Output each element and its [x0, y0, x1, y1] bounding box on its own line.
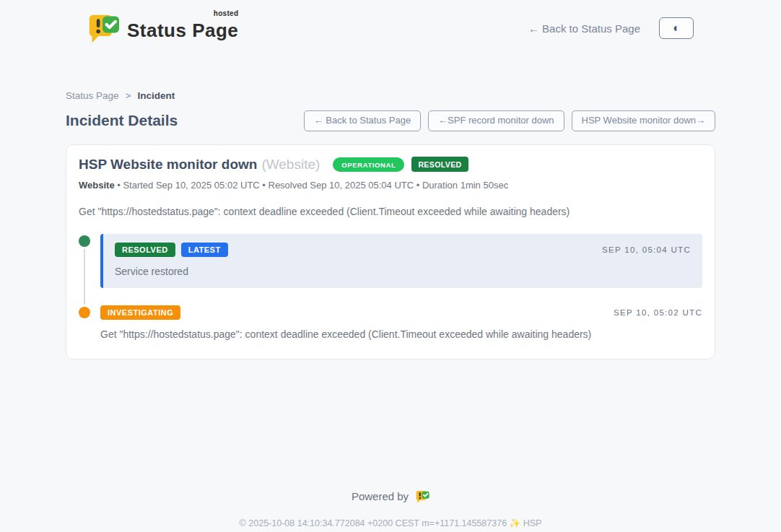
incident-description: Get "https://hostedstatus.page": context…	[79, 206, 702, 217]
resolved-badge: RESOLVED	[411, 157, 468, 172]
timeline-entry-latest-box: RESOLVED LATEST SEP 10, 05:04 UTC Servic…	[100, 234, 702, 288]
status-page-logo-icon	[87, 12, 120, 44]
incident-timeline: RESOLVED LATEST SEP 10, 05:04 UTC Servic…	[79, 234, 702, 340]
breadcrumb-incident: Incident	[137, 90, 175, 101]
powered-by: Powered by	[352, 489, 429, 504]
theme-toggle-button[interactable]: ◐	[659, 17, 694, 39]
incident-card: HSP Website monitor down (Website) OPERA…	[66, 144, 715, 359]
resolved-dot-icon	[79, 235, 90, 247]
timeline-message: Get "https://hostedstatus.page": context…	[100, 328, 702, 340]
incident-component: (Website)	[261, 157, 320, 173]
powered-by-label: Powered by	[352, 490, 409, 502]
page-title: Incident Details	[66, 112, 178, 129]
status-page-mini-logo-icon	[415, 489, 429, 504]
logo-hosted-label: hosted	[214, 9, 239, 17]
timeline-entry-investigating: INVESTIGATING SEP 10, 05:02 UTC Get "htt…	[79, 305, 702, 340]
incident-meta-component: Website	[79, 180, 115, 191]
logo-text: Status Page	[127, 19, 238, 41]
timeline-timestamp: SEP 10, 05:02 UTC	[614, 308, 702, 317]
main-content: Status Page > Incident Incident Details …	[66, 90, 715, 359]
incident-nav-buttons: ← Back to Status Page ←SPF record monito…	[304, 110, 715, 131]
breadcrumb-status-page[interactable]: Status Page	[66, 90, 119, 101]
incident-meta: Website • Started Sep 10, 2025 05:02 UTC…	[79, 180, 702, 191]
investigating-dot-icon	[79, 307, 90, 318]
header: hosted Status Page ← Back to Status Page…	[0, 0, 781, 45]
incident-title: HSP Website monitor down	[79, 157, 257, 173]
timeline-message: Service restored	[115, 266, 691, 277]
timeline-timestamp: SEP 10, 05:04 UTC	[602, 245, 691, 254]
next-incident-button[interactable]: HSP Website monitor down→	[572, 110, 715, 131]
prev-incident-button[interactable]: ←SPF record monitor down	[428, 110, 564, 131]
operational-badge: OPERATIONAL	[333, 157, 404, 172]
copyright-text: © 2025-10-08 14:10:34.772084 +0200 CEST …	[0, 518, 781, 528]
timeline-latest-badge: LATEST	[181, 243, 228, 257]
breadcrumb-separator: >	[126, 90, 131, 101]
timeline-entry-resolved: RESOLVED LATEST SEP 10, 05:04 UTC Servic…	[79, 234, 702, 288]
timeline-investigating-badge: INVESTIGATING	[100, 305, 180, 320]
header-back-link[interactable]: ← Back to Status Page	[528, 22, 640, 35]
incident-meta-details: • Started Sep 10, 2025 05:02 UTC • Resol…	[115, 180, 509, 191]
back-to-status-page-button[interactable]: ← Back to Status Page	[304, 110, 421, 131]
app-logo[interactable]: hosted Status Page	[87, 12, 238, 44]
half-circle-icon: ◐	[673, 22, 680, 34]
breadcrumb: Status Page > Incident	[66, 90, 715, 101]
timeline-resolved-badge: RESOLVED	[115, 243, 175, 257]
footer: Powered by © 2025-10-08 14:10:34.772084 …	[0, 489, 781, 528]
